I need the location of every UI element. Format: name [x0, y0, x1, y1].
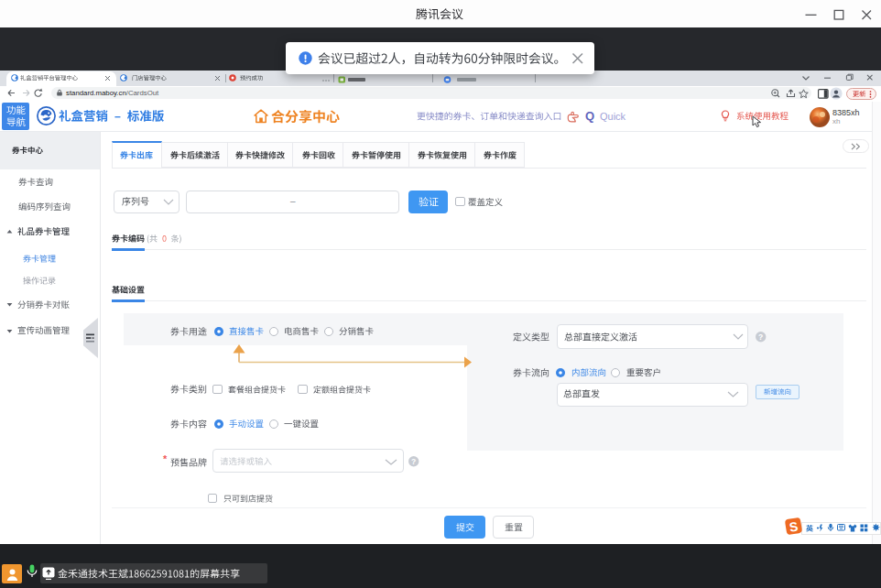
svg-text:?: ?: [758, 332, 763, 341]
svg-text:?: ?: [411, 457, 416, 466]
